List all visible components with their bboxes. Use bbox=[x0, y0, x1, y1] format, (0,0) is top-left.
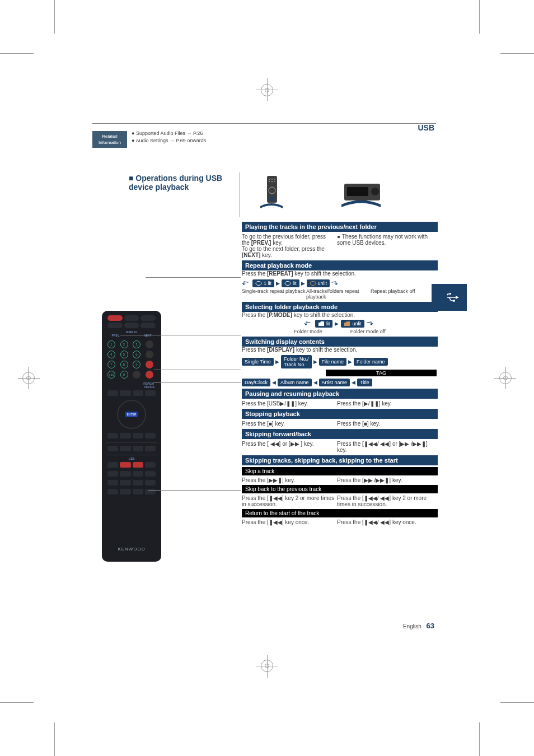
section-title: ■ Operations during USB device playback bbox=[129, 174, 235, 192]
disp-album: Album name bbox=[278, 379, 312, 386]
sub-return-start: Return to the start of the track bbox=[242, 509, 438, 517]
svg-point-2 bbox=[271, 179, 273, 180]
callout-line bbox=[120, 335, 241, 335]
cycle-arrow-icon: ↳ bbox=[302, 320, 312, 328]
disp-folder-track: Folder No./Track No. bbox=[281, 355, 312, 368]
svg-point-17 bbox=[310, 282, 316, 286]
cycle-arrow-icon: ↳ bbox=[330, 279, 340, 288]
s8-3r: Press the [❚◀◀/ ◀◀] key once. bbox=[337, 519, 438, 525]
arrow-icon: ▶ bbox=[335, 321, 339, 326]
remote-next-label: NEXT bbox=[144, 334, 151, 337]
s3-cap1: Folder mode bbox=[294, 329, 322, 334]
remote-brand: KENWOOD bbox=[102, 547, 161, 552]
svg-point-1 bbox=[269, 179, 270, 180]
s5-left: Press the [USB▶/❚❚] key. bbox=[242, 400, 337, 407]
s8-3l: Press the [❚◀◀] key once. bbox=[242, 519, 337, 525]
cycle-arrow-icon: ↳ bbox=[240, 279, 250, 288]
svg-rect-13 bbox=[449, 293, 451, 295]
repeat-ind-1: 1 lit bbox=[252, 279, 274, 287]
svg-point-4 bbox=[269, 181, 270, 182]
svg-point-5 bbox=[271, 181, 273, 182]
svg-point-14 bbox=[453, 300, 455, 302]
arrow-icon: ◀ bbox=[272, 380, 276, 385]
cycle-arrow-icon: ↳ bbox=[365, 320, 375, 328]
svg-point-8 bbox=[270, 197, 274, 201]
arrow-icon: ▶ bbox=[276, 281, 280, 286]
related-line1: Related bbox=[102, 134, 118, 139]
s1-left: To go to the previous folder, press the … bbox=[242, 234, 337, 258]
heading-repeat: Repeat playback mode bbox=[242, 260, 438, 270]
s2-cap1: Single-track repeat playback bbox=[242, 288, 306, 300]
heading-stop: Stopping playback bbox=[242, 409, 438, 419]
disp-foldername: Folder name bbox=[354, 358, 388, 366]
heading-skip-tracks: Skipping tracks, skipping back, skipping… bbox=[242, 455, 438, 465]
s8-2r: Press the [❚◀◀/ ◀◀] key 2 or more times … bbox=[337, 495, 438, 507]
s2-cap3: Repeat playback off bbox=[371, 288, 435, 300]
s3-instr: Press the [P.MODE] key to shift the sele… bbox=[242, 312, 438, 318]
s8-2l: Press the [❚◀◀] key 2 or more times in s… bbox=[242, 495, 337, 507]
related-line2: Information bbox=[99, 140, 121, 145]
page-number: 63 bbox=[427, 622, 434, 630]
related-b1: ● Supported Audio Files → P.26 bbox=[132, 130, 206, 137]
section-divider bbox=[240, 172, 240, 217]
folder-ind-1: lit bbox=[315, 320, 333, 328]
heading-folder-mode: Selecting folder playback mode bbox=[242, 302, 438, 312]
arrow-icon: ▶ bbox=[348, 359, 352, 365]
remote-usb-label: USB bbox=[129, 457, 134, 460]
remote-prev-label: PREV. bbox=[112, 334, 120, 337]
related-info-box: Related Information bbox=[92, 131, 127, 148]
disp-dayclock: Day/Clock bbox=[242, 379, 270, 386]
related-bullets: ● Supported Audio Files → P.26 ● Audio S… bbox=[132, 130, 206, 144]
svg-point-11 bbox=[371, 188, 379, 195]
callout-line bbox=[154, 382, 241, 383]
s6-right: Press the [■] key. bbox=[337, 421, 438, 427]
callout-line bbox=[148, 490, 241, 491]
tag-label: TAG bbox=[326, 370, 437, 376]
svg-rect-10 bbox=[347, 187, 368, 196]
callout-line bbox=[154, 370, 241, 370]
remote-illustration: DISPLAY PREV.NEXT 123 456 789 +100 REPEA… bbox=[102, 311, 161, 562]
instructions-column: Playing the tracks in the previous/next … bbox=[242, 220, 438, 525]
s3-cap2: Folder mode off bbox=[350, 329, 386, 334]
s4-instr: Press the [DISPLAY] key to shift the sel… bbox=[242, 347, 438, 353]
arrow-icon: ▶ bbox=[275, 359, 279, 365]
header-rule bbox=[92, 123, 436, 124]
main-unit-icon bbox=[330, 174, 392, 212]
remote-pmode-label: P.MODE bbox=[144, 385, 154, 389]
repeat-ind-3: unlit bbox=[307, 279, 330, 287]
svg-point-6 bbox=[274, 181, 275, 182]
heading-prev-next: Playing the tracks in the previous/next … bbox=[242, 222, 438, 232]
arrow-icon: ◀ bbox=[313, 380, 317, 385]
remote-icon bbox=[255, 174, 288, 212]
callout-line bbox=[146, 277, 241, 278]
page-footer: English 63 bbox=[403, 622, 434, 630]
repeat-ind-2: lit bbox=[282, 279, 299, 287]
arrow-icon: ▶ bbox=[301, 281, 305, 286]
folder-ind-2: unlit bbox=[341, 320, 364, 328]
s7-right: Press the [❚◀◀/ ◀◀] or [▶▶ /▶▶❚] key. bbox=[337, 441, 438, 453]
disp-title: Title bbox=[357, 379, 372, 386]
s7-left: Press the [ ◀◀] or [▶▶ ] key. bbox=[242, 441, 337, 447]
disp-single: Single Time bbox=[242, 358, 274, 366]
heading-display: Switching display contents bbox=[242, 337, 438, 347]
footer-lang: English bbox=[403, 623, 421, 629]
header-usb-label: USB bbox=[418, 123, 434, 132]
s1-note: ● These functions may not work with some… bbox=[337, 234, 438, 246]
s8-1r: Press the [▶▶ /▶▶❚] key. bbox=[337, 477, 438, 483]
s2-cap2: All-tracks/folders repeat playback bbox=[306, 288, 371, 300]
arrow-icon: ◀ bbox=[352, 380, 355, 385]
sub-skip-track: Skip a track bbox=[242, 467, 438, 475]
disp-file: File name bbox=[319, 358, 347, 366]
related-b2: ● Audio Settings → P.69 onwards bbox=[132, 137, 206, 144]
s5-right: Press the [▶/❚❚] key. bbox=[337, 400, 438, 407]
disp-artist: Artist name bbox=[319, 379, 350, 386]
sub-skip-back: Skip back to the previous track bbox=[242, 485, 438, 493]
svg-point-15 bbox=[256, 282, 261, 286]
svg-point-16 bbox=[285, 282, 291, 286]
arrow-icon: ▶ bbox=[313, 359, 317, 365]
s6-left: Press the [■] key. bbox=[242, 421, 337, 427]
heading-skip-fb: Skipping forward/back bbox=[242, 429, 438, 439]
s8-1l: Press the [▶▶❚] key. bbox=[242, 477, 337, 483]
svg-point-3 bbox=[274, 179, 275, 180]
s2-instr: Press the [REPEAT] key to shift the sele… bbox=[242, 270, 438, 277]
